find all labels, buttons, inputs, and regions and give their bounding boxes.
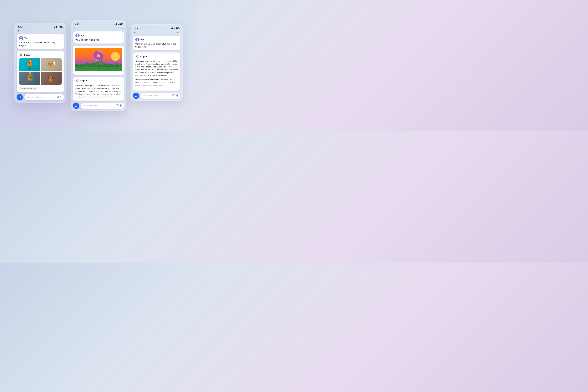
user-name-left: You (24, 37, 28, 40)
user-header-right: You (136, 38, 178, 42)
status-icons-right: ∿ (170, 27, 179, 30)
add-button-center[interactable]: + (73, 102, 79, 109)
powered-by-label: Powered by DALL·E 3 (19, 87, 38, 90)
user-message-left: Create a realistic image of a happy dog … (19, 41, 62, 47)
dog-image-1 (19, 58, 40, 71)
mic-icon-left[interactable] (60, 96, 62, 99)
svg-point-42 (29, 76, 29, 76)
more-icon-left[interactable]: ··· (61, 30, 63, 32)
camera-icon-left[interactable] (56, 96, 59, 98)
svg-rect-83 (120, 104, 121, 106)
svg-point-56 (57, 96, 58, 98)
fable-text: Once upon a time, in a tranquil pond nes… (136, 60, 178, 87)
svg-text:+: + (20, 97, 20, 98)
signal-icon-right (170, 28, 173, 29)
svg-point-44 (29, 76, 30, 77)
svg-point-17 (29, 62, 30, 62)
mic-icon-right[interactable] (176, 94, 178, 97)
menu-icon-left[interactable]: ≡ (18, 30, 19, 32)
time-left: 12:15 (18, 26, 23, 28)
user-name-right: You (141, 38, 144, 41)
input-field-center[interactable]: Ask me anything... (81, 102, 124, 109)
battery-icon-left (60, 26, 63, 28)
svg-text:+: + (76, 106, 77, 107)
copilot-text-center: Based on the image you sent, I think the… (76, 84, 122, 98)
copilot-name-right: Copilot (140, 55, 148, 58)
camera-icon-right[interactable] (172, 94, 175, 97)
svg-point-61 (77, 34, 78, 36)
input-placeholder-right: Ask me anything... (143, 94, 160, 97)
right-phone: 12:15 ∿ ≡ ··· (130, 24, 183, 101)
svg-point-26 (48, 62, 50, 65)
left-phone-screen: 12:15 ∿ ≡ ··· (14, 23, 66, 103)
svg-rect-96 (177, 94, 178, 96)
svg-point-32 (50, 64, 51, 65)
copilot-name-left: Copilot (24, 54, 31, 56)
time-right: 12:15 (134, 27, 139, 30)
user-name-center: You (81, 34, 84, 37)
copilot-header-center: Copilot (76, 79, 122, 82)
user-bubble-center: You What kind of flower is this? (73, 32, 124, 44)
svg-rect-81 (116, 105, 118, 106)
add-button-left[interactable]: + (17, 94, 23, 100)
app-header-right: ≡ ··· (133, 30, 180, 36)
copilot-bubble-right: Copilot Once upon a time, in a tranquil … (133, 52, 180, 90)
user-header-center: You (76, 34, 122, 38)
battery-icon-right (176, 28, 179, 29)
wifi-icon-left: ∿ (57, 26, 59, 28)
status-bar-left: 12:15 ∿ (17, 25, 64, 29)
user-header-left: You (19, 36, 62, 40)
avatar-right (136, 38, 140, 42)
user-message-right: Write an original fable about a fish and… (136, 42, 178, 48)
svg-point-95 (173, 95, 174, 96)
mic-icon-center[interactable] (120, 104, 122, 107)
input-placeholder-center: Ask me anything... (83, 104, 100, 107)
svg-rect-6 (28, 69, 31, 70)
copilot-header-left: Copilot (19, 53, 62, 57)
camera-icon-center[interactable] (116, 104, 119, 107)
input-field-right[interactable]: Ask me anything... (141, 92, 180, 99)
flower-image-bubble (73, 46, 124, 75)
input-field-left[interactable]: Ask me anything... (24, 94, 64, 100)
svg-point-64 (111, 52, 120, 61)
copilot-logo-center (76, 79, 79, 82)
svg-point-15 (29, 62, 29, 62)
menu-icon-right[interactable]: ≡ (134, 31, 136, 34)
status-bar-right: 12:15 ∿ (133, 26, 180, 30)
dog-image-3 (19, 72, 40, 85)
more-icon-center[interactable]: ··· (121, 27, 123, 30)
svg-point-82 (117, 105, 118, 106)
dog-image-4 (40, 72, 62, 85)
dog-image-2 (40, 58, 62, 71)
svg-point-12 (30, 60, 32, 63)
svg-point-75 (98, 55, 99, 56)
svg-rect-5 (30, 66, 30, 70)
input-area-center: + Ask me anything... (73, 102, 124, 109)
input-icons-center (116, 104, 122, 107)
add-button-right[interactable]: + (133, 92, 139, 99)
copilot-header-right: Copilot (136, 54, 178, 58)
left-phone: 12:15 ∿ ≡ ··· (14, 23, 66, 103)
svg-point-4 (20, 54, 22, 56)
wifi-icon-center: ∿ (117, 23, 119, 25)
more-icon-right[interactable]: ··· (177, 31, 179, 34)
right-phone-screen: 12:15 ∿ ≡ ··· (130, 24, 183, 101)
copilot-logo-left (19, 53, 23, 57)
avatar-center (76, 34, 80, 38)
svg-rect-8 (29, 66, 30, 66)
wifi-icon-right: ∿ (174, 27, 175, 30)
fable-content: Once upon a time, in a tranquil pond nes… (136, 60, 178, 88)
menu-icon-center[interactable]: ≡ (74, 27, 76, 30)
svg-point-87 (137, 38, 138, 40)
svg-point-47 (49, 79, 52, 82)
svg-point-30 (50, 64, 50, 64)
copilot-bubble-left: Copilot (17, 51, 64, 92)
input-area-left: + Ask me anything... (17, 94, 64, 100)
status-bar-center: 12:15 ∿ (73, 22, 124, 26)
svg-text:+: + (136, 96, 137, 97)
input-area-right: + Ask me anything... (133, 92, 180, 99)
svg-point-38 (27, 75, 29, 77)
center-phone-screen: 12:15 ∿ ≡ ··· (70, 20, 126, 111)
user-message-center: What kind of flower is this? (76, 38, 122, 42)
svg-point-43 (30, 76, 30, 76)
